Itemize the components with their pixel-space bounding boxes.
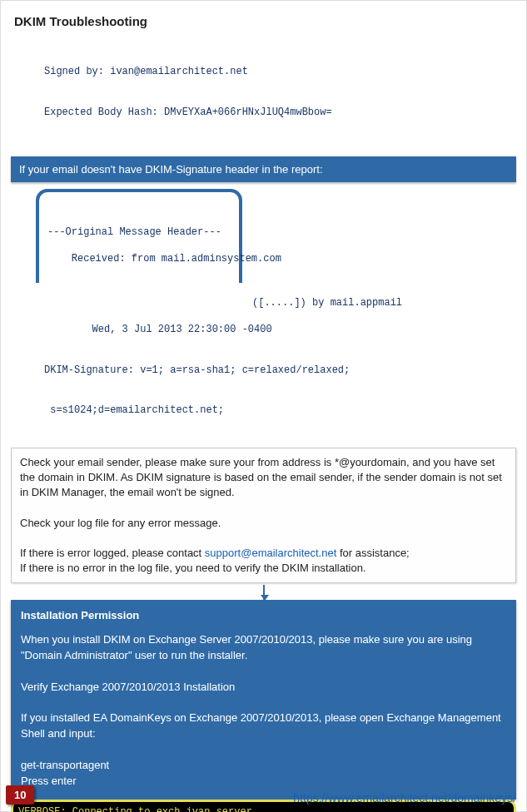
check-sender-p3b: for assistance; [336,547,409,559]
orig-header-l2: Received: from mail.adminsystem.com [72,253,281,265]
check-sender-p4: If there is no error in the log file, yo… [20,561,507,576]
check-sender-p1: Check your email sender, please make sur… [20,455,507,501]
original-message-header-frame: ---Original Message Header--- Received: … [36,189,242,283]
orig-header-l2b: ([.....]) by mail.appmail [246,297,402,309]
expected-hash-line: Expected Body Hash: DMvEYXaA+066rHNxJlUQ… [44,106,516,119]
install-p2: Verify Exchange 2007/2010/2013 Installat… [21,680,506,696]
check-sender-p3a: If there is error logged, please contact [20,547,205,559]
install-p1: When you install DKIM on Exchange Server… [21,632,506,664]
installation-permission-panel: Installation Permission When you install… [11,600,516,799]
original-message-header-rest: ([.....]) by mail.appmail Wed, 3 Jul 201… [36,283,516,446]
orig-header-l4: DKIM-Signature: v=1; a=rsa-sha1; c=relax… [44,364,508,377]
install-p3: If you installed EA DomainKeys on Exchan… [21,710,506,742]
footer-url-link[interactable]: https://www.emailarchitect.net/domainkey… [293,791,516,805]
flow-connector-icon [263,585,265,600]
page-title: DKIM Troubleshooting [14,14,516,28]
no-signature-header-bar: If your email doesn't have DKIM-Signatur… [11,156,516,182]
page-number-badge: 10 [6,785,34,805]
signed-by-line: Signed by: ivan@emailarchitect.net [44,65,516,78]
support-email-link-1[interactable]: support@emailarchitect.net [205,547,336,559]
orig-header-l5: s=s1024;d=emailarchitect.net; [44,404,508,417]
signed-by-block: Signed by: ivan@emailarchitect.net Expec… [11,37,516,151]
orig-header-l1: ---Original Message Header--- [47,225,231,239]
install-cmd: get-transportagent [21,758,506,774]
check-sender-p2: Check your log file for any error messag… [20,516,507,531]
orig-header-l3: Wed, 3 Jul 2013 22:30:00 -0400 [44,323,508,336]
check-sender-panel: Check your email sender, please make sur… [11,448,516,584]
term-verbose-1: VERBOSE: Connecting to exch.ivan.server [18,805,509,812]
install-header: Installation Permission [21,608,506,624]
